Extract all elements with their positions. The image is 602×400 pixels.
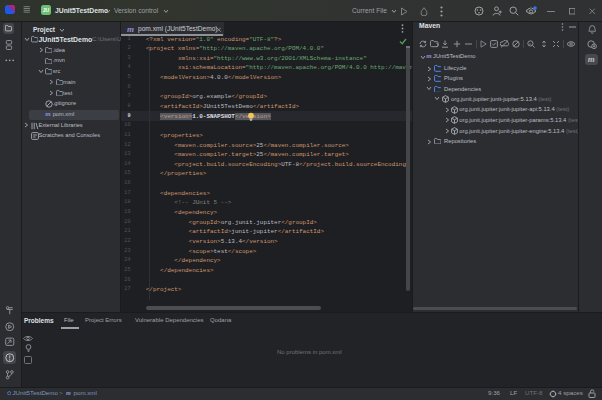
svg-text:a: a bbox=[529, 42, 531, 46]
svg-text:m: m bbox=[127, 25, 134, 33]
